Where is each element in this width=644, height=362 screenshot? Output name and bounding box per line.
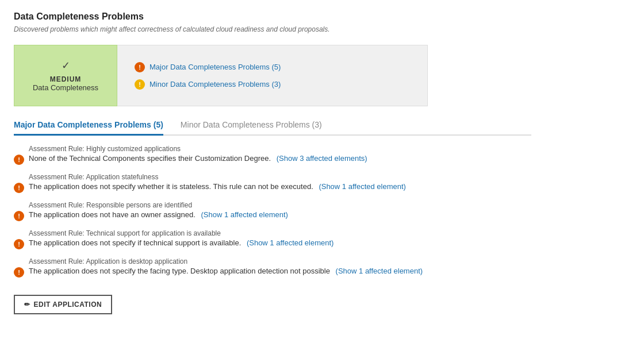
completeness-label: Data Completeness: [33, 83, 98, 92]
edit-application-button[interactable]: ✏ EDIT APPLICATION: [14, 295, 112, 314]
page-subtitle: Discovered problems which might affect c…: [14, 25, 630, 33]
pencil-icon: ✏: [24, 301, 30, 309]
problem-text: The application does not specify the fac…: [29, 267, 423, 275]
page-title: Data Completeness Problems: [14, 11, 630, 22]
problem-row: ! The application does not have an owner…: [14, 210, 566, 221]
show-affected-link[interactable]: (Show 1 affected element): [201, 210, 288, 219]
major-icon: !: [135, 62, 145, 72]
show-affected-link[interactable]: (Show 1 affected element): [336, 267, 423, 275]
major-problems-link[interactable]: Major Data Completeness Problems (5): [150, 63, 281, 71]
list-item: Assessment Rule: Technical support for a…: [14, 229, 566, 249]
edit-button-label: EDIT APPLICATION: [34, 301, 102, 309]
problem-row: ! None of the Technical Components speci…: [14, 154, 566, 165]
problem-text: The application does not have an owner a…: [29, 210, 288, 219]
completeness-card: ✓ MEDIUM Data Completeness: [14, 45, 117, 106]
problems-links-card: ! Major Data Completeness Problems (5) !…: [117, 45, 428, 106]
error-icon: !: [14, 183, 24, 193]
assessment-rule-label: Assessment Rule: Application statefulnes…: [29, 173, 566, 181]
error-icon: !: [14, 155, 24, 165]
tab-minor[interactable]: Minor Data Completeness Problems (3): [181, 115, 322, 136]
list-item: Assessment Rule: Application is desktop …: [14, 257, 566, 278]
problems-list: Assessment Rule: Highly customized appli…: [14, 145, 566, 278]
page-container: Data Completeness Problems Discovered pr…: [14, 11, 630, 314]
problem-row: ! The application does not specify if te…: [14, 238, 566, 249]
assessment-rule-label: Assessment Rule: Highly customized appli…: [29, 145, 566, 153]
problem-row: ! The application does not specify wheth…: [14, 182, 566, 193]
problem-row: ! The application does not specify the f…: [14, 267, 566, 278]
minor-problems-link[interactable]: Minor Data Completeness Problems (3): [150, 80, 281, 88]
error-icon: !: [14, 211, 24, 221]
show-affected-link[interactable]: (Show 1 affected element): [319, 182, 406, 191]
completeness-level: MEDIUM: [50, 75, 82, 83]
assessment-rule-label: Assessment Rule: Technical support for a…: [29, 229, 566, 237]
tabs-container: Major Data Completeness Problems (5) Min…: [14, 115, 531, 136]
minor-link-item: ! Minor Data Completeness Problems (3): [135, 79, 410, 90]
assessment-rule-label: Assessment Rule: Responsible persons are…: [29, 201, 566, 209]
problem-text: None of the Technical Components specifi…: [29, 154, 367, 163]
list-item: Assessment Rule: Highly customized appli…: [14, 145, 566, 165]
minor-icon: !: [135, 79, 145, 90]
show-affected-link[interactable]: (Show 3 affected elements): [277, 154, 367, 163]
major-link-item: ! Major Data Completeness Problems (5): [135, 62, 410, 72]
assessment-rule-label: Assessment Rule: Application is desktop …: [29, 257, 566, 265]
checkmark-icon: ✓: [62, 59, 70, 72]
list-item: Assessment Rule: Responsible persons are…: [14, 201, 566, 221]
problem-text: The application does not specify whether…: [29, 182, 406, 191]
tab-major[interactable]: Major Data Completeness Problems (5): [14, 115, 163, 136]
error-icon: !: [14, 267, 24, 278]
show-affected-link[interactable]: (Show 1 affected element): [247, 238, 334, 247]
problem-text: The application does not specify if tech…: [29, 238, 334, 247]
list-item: Assessment Rule: Application statefulnes…: [14, 173, 566, 193]
summary-cards: ✓ MEDIUM Data Completeness ! Major Data …: [14, 45, 428, 106]
error-icon: !: [14, 239, 24, 249]
